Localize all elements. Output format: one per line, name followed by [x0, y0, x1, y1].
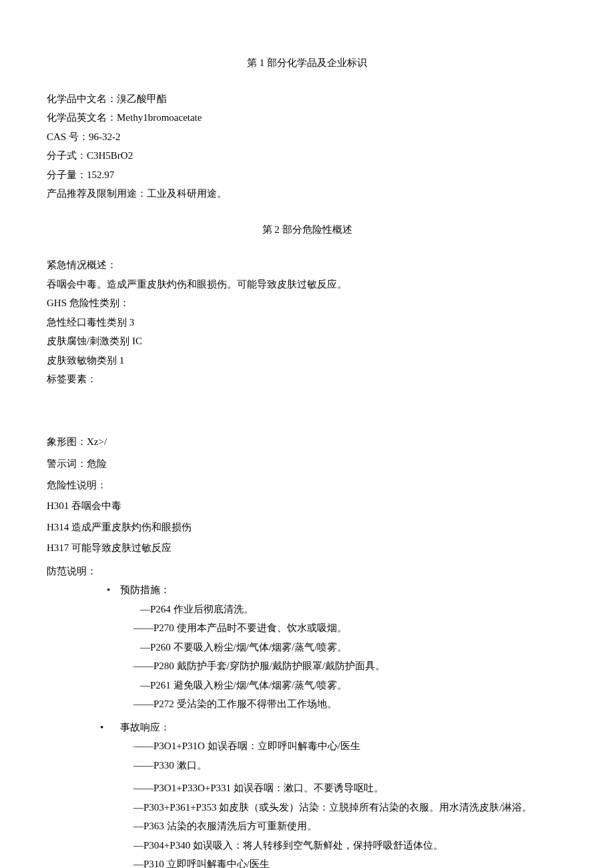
pictogram-block: 象形图：Xz>/ — [47, 432, 567, 452]
chem-name-en: 化学品英文名：Methy1bromoacetate — [47, 108, 567, 127]
prevention-p270: ——P270 使用本产品时不要进食、饮水或吸烟。 — [47, 618, 567, 638]
prevention-p260: —P260 不要吸入粉尘/烟/气体/烟雾/蒸气/喷雾。 — [47, 638, 567, 657]
response-header: • 事故响应： — [47, 718, 567, 737]
bullet-icon: • — [47, 718, 120, 737]
response-items: ——P3O1+P31O 如误吞咽：立即呼叫解毒中心/医生 ——P330 漱口。 … — [47, 737, 567, 868]
section-2-title: 第 2 部分危险性概述 — [47, 220, 567, 240]
pictogram-line: 象形图：Xz>/ — [47, 432, 567, 452]
cas-number: CAS 号：96-32-2 — [47, 127, 567, 147]
ghs-item-1: 急性经口毒性类别 3 — [47, 313, 567, 332]
prevention-p264: —P264 作业后彻底清洗。 — [47, 600, 567, 619]
overview-label: 紧急情况概述： — [47, 256, 567, 275]
ghs-item-2: 皮肤腐蚀/刺激类别 IC — [47, 332, 567, 351]
section-1-title: 第 1 部分化学品及企业标识 — [47, 53, 567, 73]
ghs-label: GHS 危险性类别： — [47, 294, 567, 313]
overview-text: 吞咽会中毒。造成严重皮肤灼伤和眼损伤。可能导致皮肤过敏反应。 — [47, 275, 567, 294]
signal-word: 警示词：危险 — [47, 454, 567, 474]
bullet-icon: • — [47, 580, 120, 600]
section-1-body: 化学品中文名：溴乙酸甲酯 化学品英文名：Methy1bromoacetate C… — [47, 89, 567, 203]
response-p363: —P363 沾染的衣服清洗后方可重新使用。 — [47, 817, 567, 836]
signal-hazard-block: 警示词：危险 危险性说明： H301 吞咽会中毒 H314 造成严重皮肤灼伤和眼… — [47, 454, 567, 558]
response-p310: —P310 立即呼叫解毒中心/医生 — [47, 855, 567, 868]
response-p301-p310: ——P3O1+P31O 如误吞咽：立即呼叫解毒中心/医生 — [47, 737, 567, 756]
response-p301-p330-p331: ——P3O1+P33O+P331 如误吞咽：漱口。不要诱导呕吐。 — [47, 779, 567, 798]
prevention-items: —P264 作业后彻底清洗。 ——P270 使用本产品时不要进食、饮水或吸烟。 … — [47, 600, 567, 714]
molecular-formula: 分子式：C3H5BrO2 — [47, 146, 567, 165]
prevention-header: • 预防措施： — [47, 580, 567, 600]
prevention-p280: ——P280 戴防护手套/穿防护服/戴防护眼罩/戴防护面具。 — [47, 657, 567, 676]
response-p330: ——P330 漱口。 — [47, 756, 567, 775]
precaution-label: 防范说明： — [47, 562, 567, 581]
response-p303-p361-p353: —P303+P361+P353 如皮肤（或头发）沾染：立脱掉所有沾染的衣服。用水… — [47, 798, 567, 817]
ghs-item-3: 皮肤致敏物类别 1 — [47, 351, 567, 370]
prevention-title: 预防措施： — [120, 580, 170, 600]
hazard-h314: H314 造成严重皮肤灼伤和眼损伤 — [47, 518, 567, 537]
recommended-use: 产品推荐及限制用途：工业及科研用途。 — [47, 184, 567, 203]
chem-name-cn: 化学品中文名：溴乙酸甲酯 — [47, 89, 567, 109]
label-elements: 标签要素： — [47, 370, 567, 389]
response-title: 事故响应： — [120, 718, 170, 737]
prevention-p272: ——P272 受沾染的工作服不得带出工作场地。 — [47, 695, 567, 714]
blank-space — [47, 392, 567, 432]
hazard-h317: H317 可能导致皮肤过敏反应 — [47, 538, 567, 558]
hazard-label: 危险性说明： — [47, 476, 567, 495]
hazard-h301: H301 吞咽会中毒 — [47, 496, 567, 516]
prevention-p261: —P261 避免吸入粉尘/烟/气体/烟雾/蒸气/喷雾。 — [47, 676, 567, 695]
emergency-overview: 紧急情况概述： 吞咽会中毒。造成严重皮肤灼伤和眼损伤。可能导致皮肤过敏反应。 G… — [47, 256, 567, 389]
response-p304-p340: —P304+P340 如误吸入：将人转移到空气新鲜处，保持呼吸舒适体位。 — [47, 836, 567, 855]
molecular-weight: 分子量：152.97 — [47, 165, 567, 185]
